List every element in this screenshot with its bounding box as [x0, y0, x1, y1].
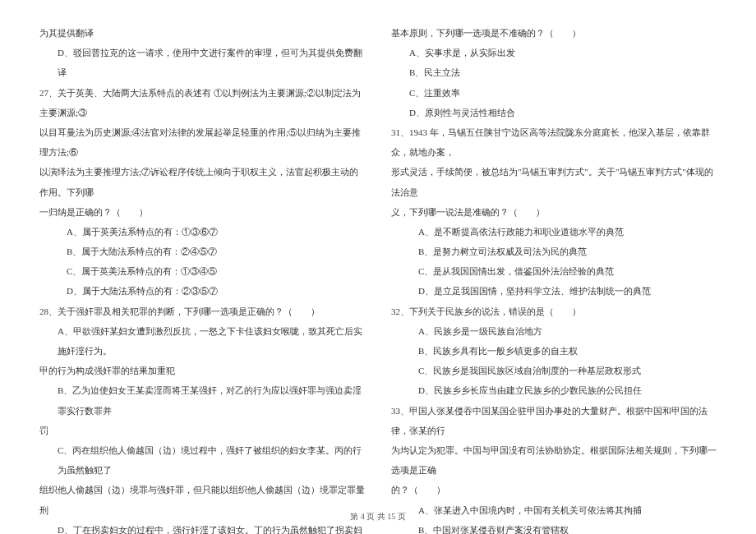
option-a: A、甲欲强奸某妇女遭到激烈反抗，一怒之下卡住该妇女喉咙，致其死亡后实施奸淫行为。 — [39, 321, 365, 361]
option-d: D、是立足我国国情，坚持科学立法、维护法制统一的典范 — [391, 281, 717, 301]
option-a: A、是不断提高依法行政能力和职业道德水平的典范 — [391, 222, 717, 242]
text-line: 甲的行为构成强奸罪的结果加重犯 — [39, 361, 365, 380]
question-28: 28、关于强奸罪及相关犯罪的判断，下列哪一选项是正确的？（ ） — [39, 302, 365, 321]
text-line: 义，下列哪一说法是准确的？（ ） — [391, 202, 717, 222]
text-line: 的？（ ） — [391, 480, 717, 499]
document-page: 为其提供翻译 D、驳回普拉克的这一请求，使用中文进行案件的审理，但可为其提供免费… — [0, 0, 756, 534]
option-c: C、民族乡是我国民族区域自治制度的一种基层政权形式 — [391, 361, 717, 380]
option-c: C、丙在组织他人偷越国（边）境过程中，强奸了被组织的妇女李某。丙的行为虽然触犯了 — [39, 440, 365, 480]
option-a: A、实事求是，从实际出发 — [391, 43, 717, 62]
option-d: D、原则性与灵活性相结合 — [391, 103, 717, 122]
question-27: 27、关于英美、大陆两大法系特点的表述有 ①以判例法为主要渊源;②以制定法为主要… — [39, 83, 365, 122]
left-column: 为其提供翻译 D、驳回普拉克的这一请求，使用中文进行案件的审理，但可为其提供免费… — [39, 23, 365, 534]
option-b: B、乙为迫使妇女王某卖淫而将王某强奸，对乙的行为应以强奸罪与强迫卖淫罪实行数罪并 — [39, 380, 365, 420]
option-b: B、是努力树立司法权威及司法为民的典范 — [391, 242, 717, 261]
text-line: 形式灵活，手续简便，被总结为"马锡五审判方式"。关于"马锡五审判方式"体现的法治… — [391, 162, 717, 201]
option-c: C、是从我国国情出发，借鉴国外法治经验的典范 — [391, 261, 717, 281]
option-d: D、属于大陆法系特点的有：②③⑤⑦ — [39, 281, 365, 301]
option-d: D、驳回普拉克的这一请求，使用中文进行案件的审理，但可为其提供免费翻译 — [39, 43, 365, 82]
page-footer: 第 4 页 共 15 页 — [0, 511, 756, 522]
text-line: 以目耳曼法为历史渊源;④法官对法律的发展起举足轻重的作用;⑤以归纳为主要推理方法… — [39, 122, 365, 162]
option-a: A、民族乡是一级民族自治地方 — [391, 321, 717, 341]
question-33: 33、甲国人张某侵吞中国某国企驻甲国办事处的大量财产。根据中国和甲国的法律，张某… — [391, 401, 717, 440]
right-column: 基本原则，下列哪一选项是不准确的？（ ） A、实事求是，从实际出发 B、民主立法… — [391, 23, 717, 534]
text-line: 一归纳是正确的？（ ） — [39, 202, 365, 222]
text-line: 为均认定为犯罪。中国与甲国没有司法协助协定。根据国际法相关规则，下列哪一选项是正… — [391, 440, 717, 480]
option-b: B、民族乡具有比一般乡镇更多的自主权 — [391, 341, 717, 361]
text-line: 罚 — [39, 421, 365, 440]
option-c: C、属于英美法系特点的有：①③④⑤ — [39, 261, 365, 281]
question-32: 32、下列关于民族乡的说法，错误的是（ ） — [391, 302, 717, 321]
text-line: 为其提供翻译 — [39, 23, 365, 43]
text-line: 基本原则，下列哪一选项是不准确的？（ ） — [391, 23, 717, 43]
option-b: B、属于大陆法系特点的有：②④⑤⑦ — [39, 242, 365, 261]
question-31: 31、1943 年，马锡五任陕甘宁边区高等法院陇东分庭庭长，他深入基层，依靠群众… — [391, 122, 717, 162]
option-a: A、属于英美法系特点的有：①③⑥⑦ — [39, 222, 365, 242]
text-line: 以演绎法为主要推理方法;⑦诉讼程序传统上倾向于职权主义，法官起积极主动的作用。下… — [39, 162, 365, 201]
option-d: D、民族乡乡长应当由建立民族乡的少数民族的公民担任 — [391, 380, 717, 400]
option-c: C、注重效率 — [391, 83, 717, 103]
option-b: B、民主立法 — [391, 62, 717, 82]
